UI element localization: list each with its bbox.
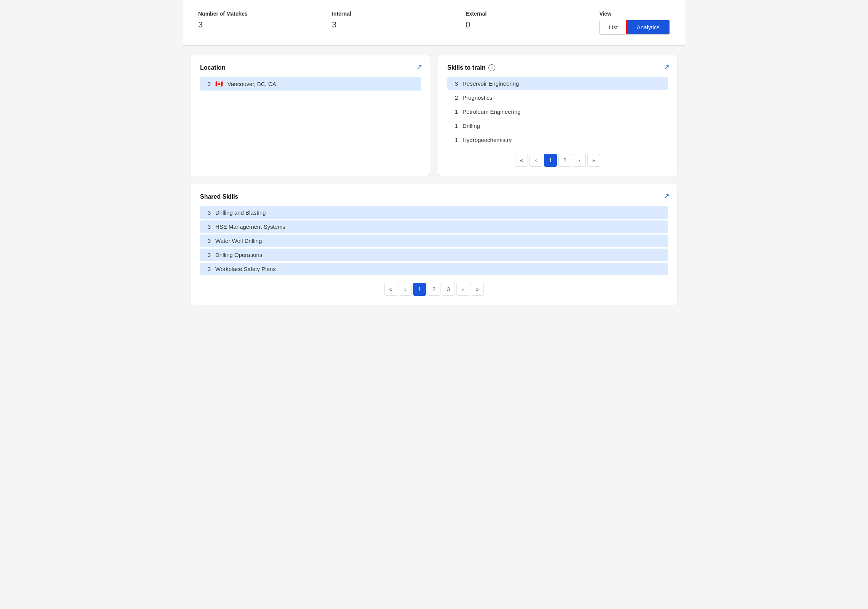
shared-skills-pagination: « ‹ 1 2 3 › » [200, 283, 668, 296]
ss-next-page-button[interactable]: › [456, 283, 469, 296]
canada-flag-icon: 🇨🇦 [215, 80, 223, 88]
shared-skills-rows: 3Drilling and Blasting3HSE Management Sy… [200, 206, 668, 275]
info-icon: i [488, 64, 495, 71]
location-expand-icon[interactable]: ↗ [417, 63, 422, 71]
row-label: Reservoir Engineering [463, 80, 664, 87]
list-item: 2Prognostics [447, 91, 668, 104]
stat-internal-value: 3 [332, 20, 466, 30]
next-page-button[interactable]: › [573, 154, 586, 167]
page-wrapper: Number of Matches 3 Internal 3 External … [183, 0, 685, 314]
list-item: 3Water Well Drilling [200, 234, 668, 247]
skills-rows: 3Reservoir Engineering2Prognostics1Petro… [447, 77, 668, 146]
ss-first-page-button[interactable]: « [384, 283, 397, 296]
list-item: 3Reservoir Engineering [447, 77, 668, 90]
list-button[interactable]: List [600, 20, 627, 34]
list-item: 1Drilling [447, 120, 668, 132]
ss-page-2-button[interactable]: 2 [428, 283, 440, 296]
row-count: 3 [204, 223, 211, 230]
last-page-button[interactable]: » [587, 154, 600, 167]
row-count: 3 [204, 238, 211, 244]
location-card: Location ↗ 3 🇨🇦 Vancouver, BC, CA [191, 55, 430, 176]
prev-page-button[interactable]: ‹ [529, 154, 542, 167]
row-count: 1 [451, 137, 458, 143]
row-count: 2 [451, 94, 458, 101]
stat-matches: Number of Matches 3 [198, 11, 332, 30]
row-label: Vancouver, BC, CA [227, 81, 417, 87]
list-item: 1Petroleum Engineering [447, 105, 668, 118]
location-rows: 3 🇨🇦 Vancouver, BC, CA [200, 77, 421, 91]
row-label: Drilling Operations [215, 252, 664, 258]
list-item: 3Drilling and Blasting [200, 206, 668, 219]
list-item: 3HSE Management Systems [200, 220, 668, 233]
skills-pagination: « ‹ 1 2 › » [447, 154, 668, 167]
page-1-button[interactable]: 1 [544, 154, 557, 167]
row-count: 1 [451, 123, 458, 129]
row-count: 1 [451, 108, 458, 115]
row-label: Workplace Safety Plans [215, 266, 664, 272]
two-col-row: Location ↗ 3 🇨🇦 Vancouver, BC, CA Skills… [191, 55, 677, 176]
stats-section: Number of Matches 3 Internal 3 External … [183, 0, 685, 46]
row-label: Drilling [463, 123, 664, 129]
list-item: 1Hydrogeochemistry [447, 134, 668, 146]
row-count: 3 [204, 81, 211, 87]
row-label: Drilling and Blasting [215, 209, 664, 216]
ss-prev-page-button[interactable]: ‹ [399, 283, 412, 296]
ss-page-1-button[interactable]: 1 [413, 283, 426, 296]
stat-external: External 0 [466, 11, 599, 30]
ss-page-3-button[interactable]: 3 [442, 283, 455, 296]
skills-to-train-title: Skills to train i [447, 64, 668, 71]
row-label: HSE Management Systems [215, 223, 664, 230]
main-content: Location ↗ 3 🇨🇦 Vancouver, BC, CA Skills… [183, 46, 685, 314]
row-count: 3 [451, 80, 458, 87]
page-2-button[interactable]: 2 [558, 154, 571, 167]
row-label: Prognostics [463, 94, 664, 101]
stat-matches-label: Number of Matches [198, 11, 332, 17]
row-label: Hydrogeochemistry [463, 137, 664, 143]
stat-matches-value: 3 [198, 20, 332, 30]
first-page-button[interactable]: « [515, 154, 528, 167]
view-toggle: List Analytics [599, 20, 670, 35]
stat-external-label: External [466, 11, 599, 17]
list-item: 3 🇨🇦 Vancouver, BC, CA [200, 77, 421, 91]
skills-to-train-card: Skills to train i ↗ 3Reservoir Engineeri… [438, 55, 677, 176]
stat-external-value: 0 [466, 20, 599, 30]
row-label: Water Well Drilling [215, 238, 664, 244]
list-item: 3Workplace Safety Plans [200, 263, 668, 275]
skills-expand-icon[interactable]: ↗ [664, 63, 669, 71]
row-count: 3 [204, 266, 211, 272]
list-item: 3Drilling Operations [200, 249, 668, 261]
row-count: 3 [204, 252, 211, 258]
view-label: View [599, 11, 612, 17]
shared-skills-expand-icon[interactable]: ↗ [664, 192, 669, 200]
shared-skills-title: Shared Skills [200, 193, 668, 200]
shared-skills-card: Shared Skills ↗ 3Drilling and Blasting3H… [191, 184, 677, 305]
view-section: View List Analytics [599, 11, 670, 35]
row-label: Petroleum Engineering [463, 108, 664, 115]
analytics-button[interactable]: Analytics [627, 20, 669, 34]
stat-internal: Internal 3 [332, 11, 466, 30]
stat-internal-label: Internal [332, 11, 466, 17]
location-title: Location [200, 64, 421, 71]
ss-last-page-button[interactable]: » [471, 283, 484, 296]
row-count: 3 [204, 209, 211, 216]
